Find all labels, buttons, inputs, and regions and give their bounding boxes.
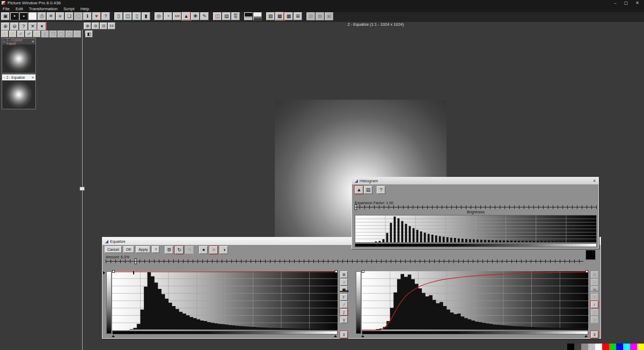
check-gray-button[interactable]: ✔ xyxy=(17,31,25,38)
curve-expand-button[interactable]: ⇕ xyxy=(340,331,348,338)
curve-step-button[interactable]: Γ xyxy=(591,294,598,301)
thumbnail-image[interactable] xyxy=(2,80,35,109)
color-swatch[interactable] xyxy=(637,344,644,350)
dropdown-button[interactable]: ▾ xyxy=(38,23,46,31)
panel-layout-3-button[interactable]: ▯ xyxy=(133,12,141,20)
curve-circle-button[interactable]: ○ xyxy=(340,279,348,286)
curve-handle-left[interactable] xyxy=(112,270,115,273)
color-swatch[interactable] xyxy=(630,344,637,350)
auto-button[interactable]: AUTO xyxy=(231,12,240,20)
panel-layout-2-button[interactable]: ◫ xyxy=(123,12,132,20)
curve-circle-button[interactable]: ○ xyxy=(591,279,598,286)
curve-histogram-button[interactable]: ▂▆▃ xyxy=(340,286,348,293)
equalize-help-button[interactable]: ? xyxy=(152,246,159,253)
minimize-button[interactable]: – xyxy=(614,1,616,5)
equalize-output-plot[interactable] xyxy=(362,271,588,330)
expansion-slider[interactable] xyxy=(355,205,597,209)
split-horizontal-button[interactable]: ▤ xyxy=(222,12,231,20)
panel-layout-4-button[interactable]: ▮ xyxy=(142,12,150,20)
help-button[interactable]: ? xyxy=(101,12,110,20)
curve-handle-left[interactable] xyxy=(362,270,364,273)
ok-button[interactable]: OK xyxy=(123,246,134,253)
close-icon[interactable]: ✕ xyxy=(32,40,34,44)
paste-button[interactable]: ▢ xyxy=(74,12,83,20)
zoom-out-button[interactable]: ⊖ xyxy=(10,23,19,31)
menu-edit[interactable]: Edit xyxy=(16,6,23,11)
splitter-handle[interactable] xyxy=(79,187,85,191)
apply-button[interactable]: Apply xyxy=(136,246,151,253)
info-button[interactable]: ℹ xyxy=(83,12,92,20)
equalize-input-plot[interactable] xyxy=(112,271,338,330)
panel-layout-1-button[interactable]: ▯ xyxy=(114,12,123,20)
color-swatch[interactable] xyxy=(588,344,595,350)
list-button[interactable]: ≡ xyxy=(56,12,64,20)
new-image-button[interactable]: • xyxy=(10,12,19,20)
circle-b-button[interactable]: ◯ xyxy=(65,31,73,38)
curve-histogram-button[interactable]: ▂▆▃ xyxy=(591,286,598,293)
help-tool-button[interactable]: ? xyxy=(19,23,28,31)
view-zoom-out-button[interactable]: ⊖ xyxy=(92,23,99,29)
maximize-button[interactable]: ▢ xyxy=(624,1,628,5)
gradient-a-button[interactable] xyxy=(244,12,253,20)
refresh-button[interactable]: ↻ xyxy=(175,246,184,254)
pencil-button[interactable]: ✎ xyxy=(200,12,209,20)
histogram-mode-button[interactable]: ▲ xyxy=(355,186,363,194)
split-vertical-button[interactable]: ◫ xyxy=(213,12,222,20)
color-swatch[interactable] xyxy=(595,344,602,350)
view-one-to-one-button[interactable]: 1:1 xyxy=(108,23,115,29)
clipboard-button[interactable]: ❐ xyxy=(49,31,57,38)
thumbnail-image[interactable] xyxy=(2,44,35,73)
curve-gamma-button[interactable]: γ xyxy=(340,316,348,323)
dither-fine-button[interactable]: ▦ xyxy=(284,12,293,20)
color-swatch[interactable] xyxy=(616,344,623,350)
thumbnail-equalize[interactable]: ○ 2 - Equalize ✕ xyxy=(2,74,36,109)
menu-transformation[interactable]: Transformation xyxy=(29,6,58,11)
color-swatch[interactable] xyxy=(623,344,630,350)
curve-handle-right[interactable] xyxy=(586,270,588,273)
flash-disabled-button[interactable]: ϟ xyxy=(185,246,194,254)
mask-c-button[interactable]: ▣ xyxy=(325,12,333,20)
gradient-b-button[interactable] xyxy=(253,12,262,20)
small-tool-button[interactable]: ▫ xyxy=(74,31,81,38)
curve-s-button[interactable]: ∫ xyxy=(591,309,598,316)
cancel-button[interactable]: Cancel xyxy=(105,246,122,253)
histogram-dialog-titlebar[interactable]: Histogram ✕ xyxy=(352,177,598,184)
view-zoom-in-button[interactable]: ⊕ xyxy=(84,23,91,29)
delete-button[interactable]: ✕ xyxy=(47,12,55,20)
curve-handle-right[interactable] xyxy=(335,270,338,273)
menu-help[interactable]: Help xyxy=(80,6,89,11)
favorites-button[interactable]: ♥ xyxy=(92,12,101,20)
print-button[interactable]: ⎙ xyxy=(38,12,46,20)
preview-half-button[interactable]: ◑ xyxy=(219,246,228,254)
brightness-histogram-plot[interactable] xyxy=(355,215,597,243)
mask-a-button[interactable]: ▨ xyxy=(306,12,315,20)
readout-button[interactable]: 123 xyxy=(173,12,181,20)
acquire-image-button[interactable]: ▪ xyxy=(19,12,28,20)
histogram-button[interactable]: ▲ xyxy=(182,12,191,20)
curve-s-button[interactable]: ∫ xyxy=(340,309,348,316)
curve-settings-button[interactable]: ⚙ xyxy=(591,271,598,278)
histogram-help-button[interactable]: ? xyxy=(377,186,385,194)
trash-button[interactable]: ▯ xyxy=(41,31,49,38)
menu-file[interactable]: File xyxy=(3,6,10,11)
color-swatch[interactable] xyxy=(609,344,616,350)
color-swatch[interactable] xyxy=(581,344,588,350)
preview-dark-button[interactable]: ● xyxy=(199,246,208,254)
magnifier-button[interactable]: ◔ xyxy=(164,12,172,20)
apply-fast-check-button[interactable]: ✔ xyxy=(9,31,17,38)
settings-button[interactable]: ⚙ xyxy=(165,246,173,254)
curve-line-button[interactable]: / xyxy=(591,301,598,308)
dither-dark-button[interactable]: ▩ xyxy=(275,12,284,20)
amount-slider[interactable] xyxy=(106,259,583,263)
palette-button[interactable]: ❋ xyxy=(191,12,200,20)
grid-button[interactable]: ⊞ xyxy=(294,12,302,20)
color-swatch[interactable] xyxy=(567,344,574,350)
view-fit-button[interactable]: ⊡ xyxy=(100,23,107,29)
apply-check-button[interactable]: ✔ xyxy=(1,31,9,38)
flash-button[interactable]: ϟ xyxy=(33,31,41,38)
dropper-button[interactable]: ◎ xyxy=(155,12,163,20)
close-icon[interactable]: ✕ xyxy=(32,76,34,80)
curve-step-button[interactable]: Γ xyxy=(340,294,348,301)
close-window-button[interactable]: ✕ xyxy=(635,1,639,5)
color-swatch[interactable] xyxy=(602,344,609,350)
